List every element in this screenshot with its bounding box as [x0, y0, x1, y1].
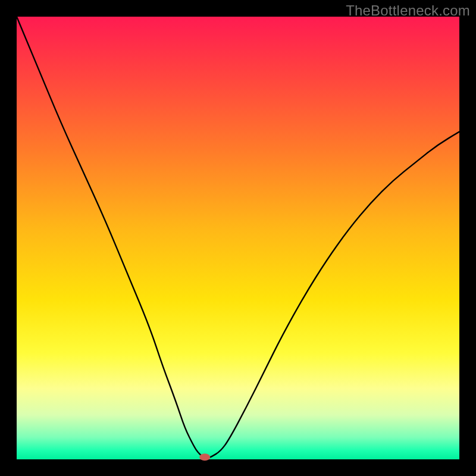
chart-frame: TheBottleneck.com: [0, 0, 476, 476]
bottleneck-curve: [17, 17, 459, 458]
optimum-marker: [199, 453, 210, 461]
chart-overlay: [17, 17, 459, 459]
